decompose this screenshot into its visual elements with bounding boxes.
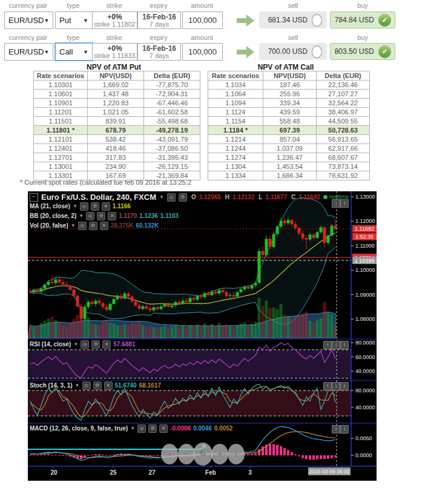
currency-pair-select[interactable]: EUR/USD▼ bbox=[4, 12, 53, 29]
strike-box[interactable]: +0%strike 1.11802 bbox=[92, 12, 137, 29]
chart-nav-zoom-in-button[interactable]: + bbox=[211, 444, 228, 464]
chevron-down-icon[interactable]: ▼ bbox=[73, 203, 77, 209]
close-icon[interactable]: ✕ bbox=[104, 381, 113, 390]
column-header: Rate scenarios bbox=[34, 71, 88, 81]
collapse-icon[interactable]: − bbox=[30, 193, 38, 202]
pane-main-resize-button[interactable]: ↕ bbox=[340, 199, 349, 208]
table-row: 1.1214857.0456,913.65 bbox=[208, 135, 370, 144]
pane-main-resize-button[interactable]: ↓ bbox=[332, 199, 340, 208]
close-icon[interactable]: ✕ bbox=[102, 340, 111, 349]
svg-text:0.0000: 0.0000 bbox=[355, 452, 372, 458]
svg-text:80.0000: 80.0000 bbox=[355, 387, 375, 394]
buy-button[interactable]: 784.84 USD✓ bbox=[330, 12, 395, 28]
indicator-row-rsi: RSI (14, close)▼◎⚙✕57.6881 bbox=[30, 340, 135, 348]
settings-icon[interactable]: ⚙ bbox=[89, 222, 97, 230]
table-cell: 234.90 bbox=[88, 162, 144, 171]
pane-rsi-resize-button[interactable]: ↑ bbox=[323, 341, 332, 349]
pane-stoch-resize-button[interactable]: ↑ bbox=[323, 382, 332, 391]
pane-macd-resize-button[interactable]: ↑ bbox=[332, 425, 340, 434]
settings-icon[interactable]: ⚙ bbox=[148, 424, 157, 433]
table-cell: -77,875.70 bbox=[144, 81, 200, 90]
svg-text:1.10000: 1.10000 bbox=[355, 267, 375, 273]
price-chart[interactable]: 1.130001.120001.110001.100001.090001.080… bbox=[28, 191, 377, 481]
svg-text:Feb: Feb bbox=[205, 469, 216, 476]
visibility-icon[interactable]: ◎ bbox=[167, 193, 176, 202]
chevron-down-icon[interactable]: ▼ bbox=[79, 213, 84, 219]
type-select[interactable]: Call▼ bbox=[54, 42, 93, 61]
table-cell: 32,564.22 bbox=[317, 99, 370, 108]
indicator-value: 28.375K bbox=[111, 222, 134, 229]
chart-canvas[interactable]: 1.130001.120001.110001.100001.090001.080… bbox=[28, 191, 377, 481]
sell-button[interactable]: 681.34 USD bbox=[259, 12, 327, 28]
ohlc-label: O bbox=[191, 194, 196, 200]
label-strike: strike bbox=[92, 34, 136, 41]
currency-pair-select[interactable]: EUR/USD▼ bbox=[4, 43, 53, 61]
visibility-icon[interactable]: ◎ bbox=[80, 202, 88, 211]
chevron-down-icon[interactable]: ▼ bbox=[159, 194, 164, 200]
settings-icon[interactable]: ⚙ bbox=[91, 340, 100, 349]
chart-nav-forward-button[interactable]: › bbox=[228, 444, 245, 464]
table-cell: 27,107.27 bbox=[317, 90, 370, 99]
buy-button[interactable]: 803.50 USD✓ bbox=[330, 43, 395, 60]
pane-stoch-resize-button[interactable]: ↓ bbox=[332, 382, 340, 391]
chart-nav-back-button[interactable]: ‹ bbox=[161, 444, 178, 464]
check-icon[interactable]: ✓ bbox=[378, 14, 391, 27]
close-icon[interactable]: ✕ bbox=[100, 222, 108, 230]
strike-box[interactable]: +0%strike 1.11833 bbox=[92, 43, 137, 61]
table-cell: 1.1184 * bbox=[208, 126, 263, 135]
chevron-down-icon: ▼ bbox=[44, 49, 50, 55]
indicator-value: 0.0046 bbox=[193, 425, 212, 432]
table-cell: 1.13001 bbox=[34, 162, 88, 171]
table-row: 1.13341,686.3478,631.92 bbox=[208, 171, 370, 180]
chevron-down-icon[interactable]: ▼ bbox=[75, 383, 80, 388]
indicator-name: MACD (12, 26, close, 9, false, true) bbox=[30, 425, 128, 432]
type-select[interactable]: Put▼ bbox=[55, 12, 93, 29]
settings-icon[interactable]: ⚙ bbox=[179, 193, 187, 202]
pane-rsi-resize-button[interactable]: ↕ bbox=[340, 341, 349, 349]
chart-nav-reset-button[interactable]: ↻ bbox=[193, 443, 212, 466]
svg-text:80.0000: 80.0000 bbox=[355, 340, 375, 346]
chevron-down-icon: ▼ bbox=[83, 18, 88, 24]
indicator-value: 1.1103 bbox=[160, 213, 179, 219]
chevron-down-icon[interactable]: ▼ bbox=[73, 341, 78, 347]
label-amount: amount bbox=[182, 34, 222, 41]
indicator-row-ma: MA (21, close)▼◎⚙✕1.1166 bbox=[30, 202, 131, 210]
visibility-icon[interactable]: ◎ bbox=[82, 381, 91, 390]
visibility-icon[interactable]: ◎ bbox=[137, 424, 146, 433]
check-icon[interactable]: ✓ bbox=[378, 45, 391, 58]
table-cell: 1.1154 bbox=[208, 117, 263, 126]
close-icon[interactable]: ✕ bbox=[159, 424, 168, 433]
visibility-icon[interactable]: ◎ bbox=[81, 340, 89, 349]
settings-icon[interactable]: ⚙ bbox=[91, 202, 99, 211]
expiry-box[interactable]: 16-Feb-167 days bbox=[137, 12, 181, 29]
close-icon[interactable]: ✕ bbox=[102, 202, 110, 211]
table-cell: 538.42 bbox=[88, 135, 144, 144]
table-cell: -49,278.19 bbox=[144, 126, 200, 135]
table-cell: 1.1034 bbox=[208, 81, 263, 90]
label-type: type bbox=[55, 34, 91, 41]
settings-icon[interactable]: ⚙ bbox=[97, 212, 105, 220]
amount-input[interactable]: 100,000 bbox=[182, 43, 223, 61]
svg-text:20: 20 bbox=[50, 469, 58, 476]
visibility-icon[interactable]: ◎ bbox=[78, 222, 87, 230]
column-header: Delta (EUR) bbox=[144, 71, 200, 81]
expiry-box[interactable]: 16-Feb-167 days bbox=[137, 43, 181, 61]
pane-rsi-resize-button[interactable]: ↓ bbox=[332, 341, 340, 349]
chevron-down-icon[interactable]: ▼ bbox=[130, 426, 135, 431]
chart-nav-zoom-out-button[interactable]: − bbox=[178, 444, 195, 464]
settings-icon[interactable]: ⚙ bbox=[93, 381, 102, 390]
pane-stoch-resize-button[interactable]: ↕ bbox=[340, 382, 349, 391]
sell-button[interactable]: 700.00 USD bbox=[259, 43, 327, 60]
table-cell: 1.12701 bbox=[34, 153, 88, 162]
close-icon[interactable]: ✕ bbox=[108, 212, 116, 220]
chevron-down-icon[interactable]: ▼ bbox=[71, 223, 76, 228]
pane-macd-resize-button[interactable]: ↕ bbox=[340, 425, 349, 434]
radio-unchecked-icon[interactable] bbox=[312, 45, 322, 58]
indicator-value: 60.132K bbox=[136, 222, 159, 229]
table-cell: -72,904.31 bbox=[144, 90, 200, 99]
amount-input[interactable]: 100,000 bbox=[182, 12, 223, 29]
visibility-icon[interactable]: ◎ bbox=[86, 212, 94, 220]
label-sell: sell bbox=[259, 2, 327, 9]
svg-text:1.10399: 1.10399 bbox=[355, 258, 375, 264]
radio-unchecked-icon[interactable] bbox=[312, 14, 322, 27]
